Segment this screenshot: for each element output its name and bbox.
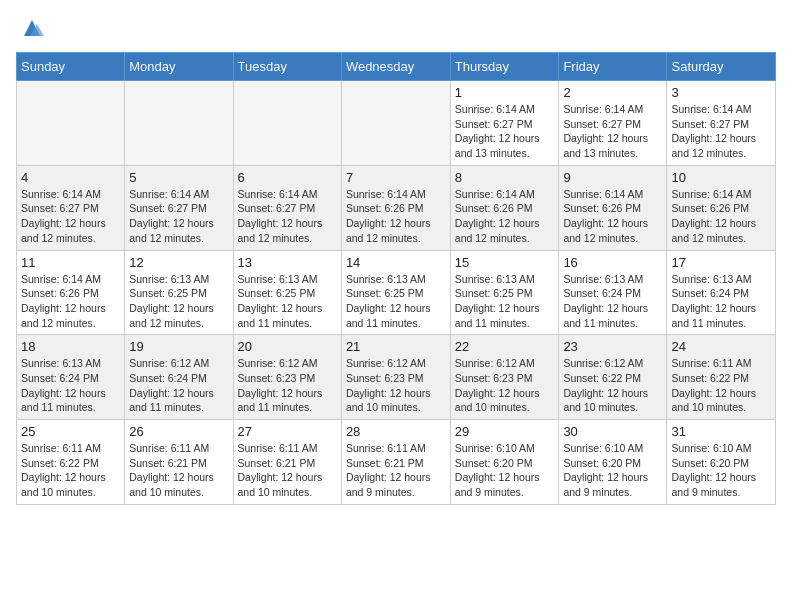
calendar-cell: 16Sunrise: 6:13 AM Sunset: 6:24 PM Dayli… [559, 250, 667, 335]
calendar-cell: 6Sunrise: 6:14 AM Sunset: 6:27 PM Daylig… [233, 165, 341, 250]
day-number: 18 [21, 339, 120, 354]
day-number: 24 [671, 339, 771, 354]
day-info: Sunrise: 6:14 AM Sunset: 6:26 PM Dayligh… [21, 272, 120, 331]
day-info: Sunrise: 6:14 AM Sunset: 6:27 PM Dayligh… [21, 187, 120, 246]
day-number: 10 [671, 170, 771, 185]
calendar-cell: 12Sunrise: 6:13 AM Sunset: 6:25 PM Dayli… [125, 250, 233, 335]
calendar-cell [17, 81, 125, 166]
day-info: Sunrise: 6:14 AM Sunset: 6:27 PM Dayligh… [455, 102, 555, 161]
header-sunday: Sunday [17, 53, 125, 81]
page-header [16, 16, 776, 40]
week-row-2: 11Sunrise: 6:14 AM Sunset: 6:26 PM Dayli… [17, 250, 776, 335]
header-friday: Friday [559, 53, 667, 81]
day-number: 4 [21, 170, 120, 185]
calendar-cell: 7Sunrise: 6:14 AM Sunset: 6:26 PM Daylig… [341, 165, 450, 250]
calendar-cell: 28Sunrise: 6:11 AM Sunset: 6:21 PM Dayli… [341, 420, 450, 505]
day-number: 3 [671, 85, 771, 100]
day-number: 25 [21, 424, 120, 439]
day-number: 20 [238, 339, 337, 354]
calendar-cell: 17Sunrise: 6:13 AM Sunset: 6:24 PM Dayli… [667, 250, 776, 335]
logo [16, 16, 44, 40]
day-number: 22 [455, 339, 555, 354]
day-number: 9 [563, 170, 662, 185]
calendar-cell: 8Sunrise: 6:14 AM Sunset: 6:26 PM Daylig… [450, 165, 559, 250]
day-info: Sunrise: 6:13 AM Sunset: 6:25 PM Dayligh… [346, 272, 446, 331]
calendar-cell: 3Sunrise: 6:14 AM Sunset: 6:27 PM Daylig… [667, 81, 776, 166]
calendar-cell: 19Sunrise: 6:12 AM Sunset: 6:24 PM Dayli… [125, 335, 233, 420]
day-number: 21 [346, 339, 446, 354]
calendar-cell: 15Sunrise: 6:13 AM Sunset: 6:25 PM Dayli… [450, 250, 559, 335]
day-number: 23 [563, 339, 662, 354]
day-number: 29 [455, 424, 555, 439]
day-info: Sunrise: 6:14 AM Sunset: 6:27 PM Dayligh… [129, 187, 228, 246]
calendar-cell: 29Sunrise: 6:10 AM Sunset: 6:20 PM Dayli… [450, 420, 559, 505]
calendar-cell [125, 81, 233, 166]
calendar-header-row: Sunday Monday Tuesday Wednesday Thursday… [17, 53, 776, 81]
day-number: 6 [238, 170, 337, 185]
day-number: 31 [671, 424, 771, 439]
logo-icon [20, 16, 44, 40]
day-number: 16 [563, 255, 662, 270]
day-info: Sunrise: 6:13 AM Sunset: 6:24 PM Dayligh… [21, 356, 120, 415]
calendar-cell: 18Sunrise: 6:13 AM Sunset: 6:24 PM Dayli… [17, 335, 125, 420]
day-info: Sunrise: 6:14 AM Sunset: 6:26 PM Dayligh… [455, 187, 555, 246]
day-number: 15 [455, 255, 555, 270]
day-info: Sunrise: 6:12 AM Sunset: 6:24 PM Dayligh… [129, 356, 228, 415]
day-number: 11 [21, 255, 120, 270]
day-info: Sunrise: 6:11 AM Sunset: 6:22 PM Dayligh… [671, 356, 771, 415]
day-number: 2 [563, 85, 662, 100]
day-number: 12 [129, 255, 228, 270]
day-info: Sunrise: 6:12 AM Sunset: 6:23 PM Dayligh… [346, 356, 446, 415]
day-info: Sunrise: 6:14 AM Sunset: 6:26 PM Dayligh… [671, 187, 771, 246]
day-number: 14 [346, 255, 446, 270]
day-number: 1 [455, 85, 555, 100]
day-info: Sunrise: 6:14 AM Sunset: 6:26 PM Dayligh… [563, 187, 662, 246]
day-info: Sunrise: 6:11 AM Sunset: 6:22 PM Dayligh… [21, 441, 120, 500]
calendar-cell: 9Sunrise: 6:14 AM Sunset: 6:26 PM Daylig… [559, 165, 667, 250]
calendar-cell [233, 81, 341, 166]
calendar-cell: 20Sunrise: 6:12 AM Sunset: 6:23 PM Dayli… [233, 335, 341, 420]
day-number: 19 [129, 339, 228, 354]
day-number: 28 [346, 424, 446, 439]
day-info: Sunrise: 6:11 AM Sunset: 6:21 PM Dayligh… [238, 441, 337, 500]
day-info: Sunrise: 6:14 AM Sunset: 6:26 PM Dayligh… [346, 187, 446, 246]
calendar-cell: 11Sunrise: 6:14 AM Sunset: 6:26 PM Dayli… [17, 250, 125, 335]
calendar-cell: 2Sunrise: 6:14 AM Sunset: 6:27 PM Daylig… [559, 81, 667, 166]
calendar-cell: 23Sunrise: 6:12 AM Sunset: 6:22 PM Dayli… [559, 335, 667, 420]
day-info: Sunrise: 6:13 AM Sunset: 6:24 PM Dayligh… [671, 272, 771, 331]
day-number: 27 [238, 424, 337, 439]
day-info: Sunrise: 6:12 AM Sunset: 6:23 PM Dayligh… [238, 356, 337, 415]
day-info: Sunrise: 6:10 AM Sunset: 6:20 PM Dayligh… [455, 441, 555, 500]
header-saturday: Saturday [667, 53, 776, 81]
day-number: 8 [455, 170, 555, 185]
header-tuesday: Tuesday [233, 53, 341, 81]
calendar-cell: 30Sunrise: 6:10 AM Sunset: 6:20 PM Dayli… [559, 420, 667, 505]
day-info: Sunrise: 6:12 AM Sunset: 6:22 PM Dayligh… [563, 356, 662, 415]
day-info: Sunrise: 6:14 AM Sunset: 6:27 PM Dayligh… [238, 187, 337, 246]
calendar-cell: 24Sunrise: 6:11 AM Sunset: 6:22 PM Dayli… [667, 335, 776, 420]
day-info: Sunrise: 6:11 AM Sunset: 6:21 PM Dayligh… [346, 441, 446, 500]
day-info: Sunrise: 6:13 AM Sunset: 6:25 PM Dayligh… [129, 272, 228, 331]
day-info: Sunrise: 6:13 AM Sunset: 6:25 PM Dayligh… [238, 272, 337, 331]
calendar-cell [341, 81, 450, 166]
calendar-cell: 25Sunrise: 6:11 AM Sunset: 6:22 PM Dayli… [17, 420, 125, 505]
day-info: Sunrise: 6:11 AM Sunset: 6:21 PM Dayligh… [129, 441, 228, 500]
header-thursday: Thursday [450, 53, 559, 81]
calendar-table: Sunday Monday Tuesday Wednesday Thursday… [16, 52, 776, 505]
day-number: 13 [238, 255, 337, 270]
calendar-cell: 5Sunrise: 6:14 AM Sunset: 6:27 PM Daylig… [125, 165, 233, 250]
week-row-3: 18Sunrise: 6:13 AM Sunset: 6:24 PM Dayli… [17, 335, 776, 420]
day-info: Sunrise: 6:14 AM Sunset: 6:27 PM Dayligh… [563, 102, 662, 161]
calendar-cell: 13Sunrise: 6:13 AM Sunset: 6:25 PM Dayli… [233, 250, 341, 335]
calendar-cell: 26Sunrise: 6:11 AM Sunset: 6:21 PM Dayli… [125, 420, 233, 505]
day-number: 17 [671, 255, 771, 270]
calendar-cell: 22Sunrise: 6:12 AM Sunset: 6:23 PM Dayli… [450, 335, 559, 420]
week-row-0: 1Sunrise: 6:14 AM Sunset: 6:27 PM Daylig… [17, 81, 776, 166]
day-number: 5 [129, 170, 228, 185]
day-number: 30 [563, 424, 662, 439]
calendar-cell: 4Sunrise: 6:14 AM Sunset: 6:27 PM Daylig… [17, 165, 125, 250]
day-info: Sunrise: 6:13 AM Sunset: 6:24 PM Dayligh… [563, 272, 662, 331]
day-number: 26 [129, 424, 228, 439]
week-row-4: 25Sunrise: 6:11 AM Sunset: 6:22 PM Dayli… [17, 420, 776, 505]
week-row-1: 4Sunrise: 6:14 AM Sunset: 6:27 PM Daylig… [17, 165, 776, 250]
